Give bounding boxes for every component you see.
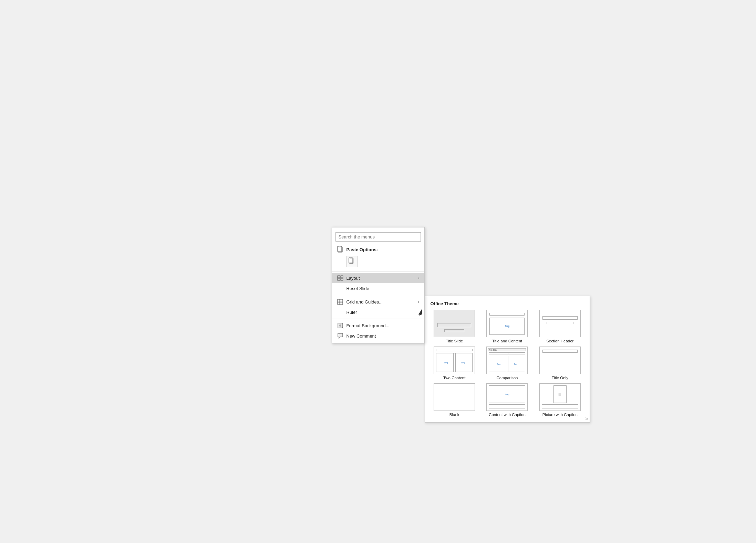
ruler-icon bbox=[337, 309, 344, 316]
svg-rect-14 bbox=[338, 299, 343, 305]
layout-panel: Office Theme Title Slide bbox=[425, 296, 590, 423]
ruler-label: Ruler bbox=[346, 310, 420, 315]
layout-item-blank[interactable]: Blank bbox=[431, 383, 478, 417]
svg-rect-4 bbox=[349, 258, 352, 263]
layout-grid: Title Slide Targ Title and Content bbox=[431, 310, 584, 417]
thumb-picture-caption: ⬜ bbox=[539, 383, 581, 411]
format-background-label: Format Background... bbox=[346, 323, 420, 328]
layout-item-picture-caption[interactable]: ⬜ Picture with Caption bbox=[536, 383, 584, 417]
layout-item-comparison[interactable]: Title Slide Targ Targ Comparison bbox=[483, 347, 531, 380]
svg-rect-6 bbox=[338, 276, 340, 278]
paste-icon-row bbox=[332, 255, 424, 270]
svg-rect-7 bbox=[341, 276, 343, 278]
reset-slide-item[interactable]: Reset Slide bbox=[332, 283, 424, 294]
new-comment-label: New Comment bbox=[346, 333, 420, 339]
paste-icon bbox=[337, 246, 344, 253]
grid-guides-label: Grid and Guides... bbox=[346, 299, 418, 305]
format-background-icon bbox=[337, 322, 344, 329]
new-comment-icon bbox=[337, 332, 344, 339]
divider-3 bbox=[332, 319, 424, 319]
thumb-blank bbox=[434, 383, 475, 411]
layout-item[interactable]: Layout › bbox=[332, 273, 424, 283]
grid-icon bbox=[337, 298, 344, 305]
layout-label-title-slide: Title Slide bbox=[446, 339, 463, 343]
layout-label-two-content: Two Content bbox=[443, 376, 466, 380]
svg-rect-8 bbox=[338, 278, 340, 280]
layout-panel-title: Office Theme bbox=[431, 301, 584, 306]
layout-item-section-header[interactable]: Section Header bbox=[536, 310, 584, 343]
new-comment-item[interactable]: New Comment bbox=[332, 331, 424, 341]
svg-rect-9 bbox=[341, 278, 343, 280]
layout-label-content-caption: Content with Caption bbox=[489, 413, 526, 417]
paste-options-label: Paste Options: bbox=[346, 247, 420, 252]
grid-guides-item[interactable]: Grid and Guides... › bbox=[332, 297, 424, 307]
svg-point-16 bbox=[339, 324, 341, 327]
layout-label-section-header: Section Header bbox=[546, 339, 573, 343]
layout-arrow: › bbox=[418, 276, 420, 280]
layout-item-content-caption[interactable]: Targ Content with Caption bbox=[483, 383, 531, 417]
paste-keep-source-button[interactable] bbox=[346, 256, 358, 267]
thumb-section-header bbox=[539, 310, 581, 337]
format-background-item[interactable]: Format Background... bbox=[332, 320, 424, 331]
layout-label: Layout bbox=[346, 276, 418, 281]
grid-guides-arrow: › bbox=[418, 300, 420, 304]
svg-rect-5 bbox=[350, 257, 352, 258]
ruler-item[interactable]: Ruler bbox=[332, 307, 424, 317]
layout-item-title-content[interactable]: Targ Title and Content bbox=[483, 310, 531, 343]
thumb-comparison: Title Slide Targ Targ bbox=[486, 347, 528, 374]
layout-item-two-content[interactable]: Targ Targ Two Content bbox=[431, 347, 478, 380]
divider-2 bbox=[332, 295, 424, 295]
layout-label-blank: Blank bbox=[449, 413, 459, 417]
reset-slide-icon bbox=[337, 285, 344, 292]
context-menu: Paste Options: bbox=[332, 227, 425, 343]
reset-slide-label: Reset Slide bbox=[346, 286, 420, 291]
svg-rect-2 bbox=[339, 246, 341, 247]
resize-handle: ⇲ bbox=[585, 416, 588, 421]
thumb-two-content: Targ Targ bbox=[434, 347, 475, 374]
layout-item-title-slide[interactable]: Title Slide bbox=[431, 310, 478, 343]
thumb-title-content: Targ bbox=[486, 310, 528, 337]
search-input[interactable] bbox=[335, 232, 421, 242]
search-box-container bbox=[332, 230, 424, 244]
thumb-content-caption: Targ bbox=[486, 383, 528, 411]
paste-options-item[interactable]: Paste Options: bbox=[332, 244, 424, 255]
layout-icon bbox=[337, 275, 344, 281]
layout-label-title-content: Title and Content bbox=[492, 339, 522, 343]
thumb-title-only bbox=[539, 347, 581, 374]
layout-label-title-only: Title Only bbox=[552, 376, 568, 380]
divider-1 bbox=[332, 271, 424, 272]
layout-item-title-only[interactable]: Title Only bbox=[536, 347, 584, 380]
thumb-title-slide bbox=[434, 310, 475, 337]
layout-label-picture-caption: Picture with Caption bbox=[542, 413, 578, 417]
layout-label-comparison: Comparison bbox=[496, 376, 518, 380]
